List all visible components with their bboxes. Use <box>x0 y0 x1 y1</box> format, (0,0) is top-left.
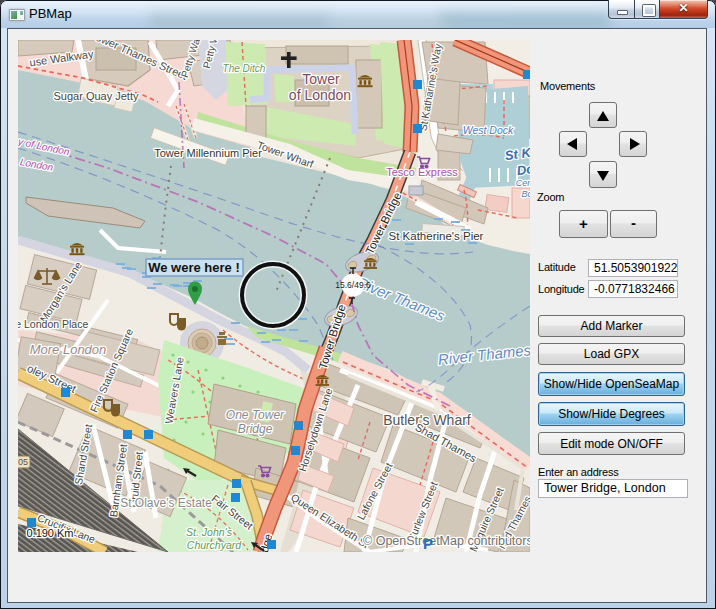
svg-text:Cen: Cen <box>516 178 530 188</box>
svg-text:Bridge: Bridge <box>238 422 273 436</box>
svg-text:Tower Millennium Pier: Tower Millennium Pier <box>154 147 262 159</box>
svg-text:ower Thames Street: ower Thames Street <box>94 40 189 82</box>
svg-text:15.6/49.6: 15.6/49.6 <box>335 280 371 290</box>
svg-text:Do: Do <box>516 161 530 178</box>
svg-text:London: London <box>19 156 54 173</box>
svg-text:One Tower: One Tower <box>226 408 285 422</box>
svg-text:y of London: y of London <box>18 136 71 158</box>
svg-text:Bo: Bo <box>521 189 530 199</box>
svg-text:Sugar Quay Jetty: Sugar Quay Jetty <box>54 90 139 102</box>
svg-text:Shand Street: Shand Street <box>72 423 94 486</box>
svg-text:Tower: Tower <box>302 71 340 87</box>
svg-text:Queen Elizabeth St: Queen Elizabeth St <box>289 491 371 550</box>
svg-text:Petty Wal: Petty Wal <box>179 40 203 79</box>
svg-text:St Katherine's Pier: St Katherine's Pier <box>389 230 484 242</box>
svg-text:The Ditch: The Ditch <box>223 63 266 74</box>
svg-text:0.190 Km: 0.190 Km <box>26 527 73 539</box>
svg-text:St Ka: St Ka <box>504 144 530 163</box>
svg-text:Weavers Lane: Weavers Lane <box>162 356 186 425</box>
svg-text:We were here !: We were here ! <box>148 260 240 275</box>
svg-text:West Dock: West Dock <box>463 124 514 136</box>
svg-text:05: 05 <box>18 457 28 467</box>
svg-text:Petty W: Petty W <box>201 40 221 69</box>
svg-text:Lafone Street: Lafone Street <box>354 460 394 521</box>
svg-text:Churchyard: Churchyard <box>187 539 242 551</box>
svg-text:re London Place: re London Place <box>18 318 88 330</box>
svg-text:Morgan's Lane: Morgan's Lane <box>37 259 84 324</box>
svg-text:© OpenStreetMap contributors: © OpenStreetMap contributors <box>363 534 530 548</box>
svg-text:P: P <box>423 535 433 552</box>
svg-text:More London: More London <box>30 342 107 357</box>
svg-text:River Thames: River Thames <box>437 341 530 368</box>
svg-text:Tower Bridge: Tower Bridge <box>317 303 348 371</box>
svg-text:Tower Bridge: Tower Bridge <box>363 190 403 256</box>
svg-text:St. John's: St. John's <box>186 526 233 538</box>
svg-text:oley Street: oley Street <box>25 362 78 395</box>
svg-text:use Walkway: use Walkway <box>29 48 95 69</box>
svg-text:Tower Wharf: Tower Wharf <box>256 139 316 170</box>
svg-text:of London: of London <box>289 87 351 103</box>
svg-text:St Olave's Estate: St Olave's Estate <box>120 496 212 510</box>
